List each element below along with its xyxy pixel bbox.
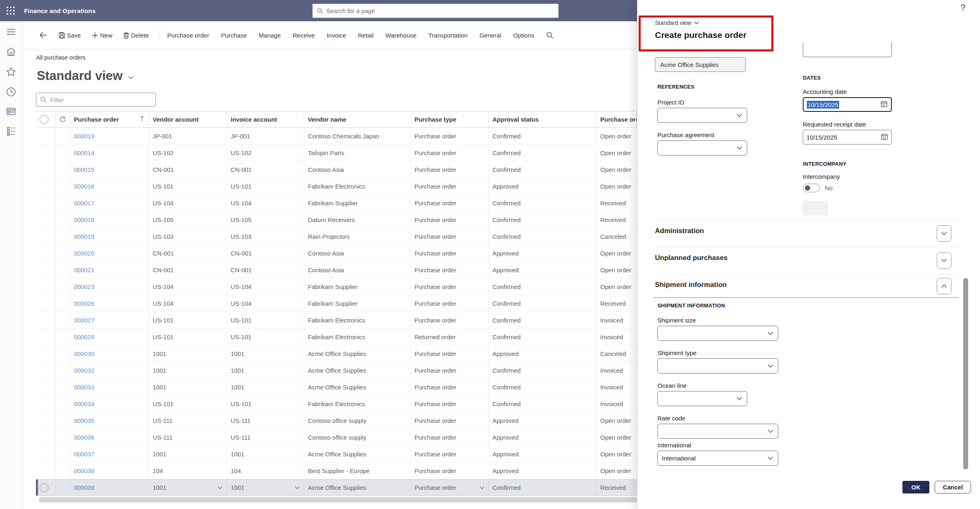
purchase-order-link[interactable]: 000021 <box>74 267 94 273</box>
international-combobox[interactable]: International <box>657 451 778 466</box>
vendor-account-value-button[interactable]: Acme Office Supplies <box>655 57 746 72</box>
purchase-order-link[interactable]: 000027 <box>74 317 94 324</box>
calendar-icon[interactable] <box>880 100 888 109</box>
table-row[interactable]: 000019US-103US-103Rain ProjectorsPurchas… <box>36 228 637 245</box>
filter-input[interactable]: Filter <box>36 93 156 107</box>
table-row[interactable]: 000028US-101US-101Fabrikam ElectronicsRe… <box>36 329 637 345</box>
tab-purchase[interactable]: Purchase <box>221 32 247 39</box>
shipment-type-combobox[interactable] <box>657 358 778 373</box>
modules-list-icon[interactable] <box>6 126 17 137</box>
tab-options[interactable]: Options <box>513 32 535 39</box>
back-button[interactable] <box>39 31 49 40</box>
table-row[interactable]: 00003010011001Acme Office SuppliesPurcha… <box>36 345 637 362</box>
table-row[interactable]: 000026US-104US-104Fabrikam SupplierPurch… <box>36 295 637 312</box>
ocean-line-combobox[interactable] <box>657 391 747 406</box>
column-header-invoice-account[interactable]: Invoice account <box>227 111 304 127</box>
requested-receipt-date-input[interactable]: 10/15/2025 <box>803 130 892 144</box>
table-row[interactable]: 000020CN-001CN-001Contoso AsiaPurchase o… <box>36 245 637 262</box>
chevron-down-icon[interactable] <box>217 484 223 491</box>
tab-purchase-order[interactable]: Purchase order <box>167 32 209 39</box>
refresh-column[interactable] <box>56 111 70 127</box>
toggle-pill[interactable] <box>803 184 820 192</box>
chevron-down-icon[interactable] <box>294 484 300 491</box>
project-id-combobox[interactable] <box>657 108 747 123</box>
table-row[interactable]: 000015CN-001CN-001Contoso AsiaPurchase o… <box>36 161 637 178</box>
row-radio[interactable] <box>40 483 49 492</box>
purchase-order-link[interactable]: 000032 <box>74 367 94 374</box>
purchase-order-link[interactable]: 000028 <box>74 333 94 340</box>
save-button[interactable]: Save <box>58 32 81 39</box>
purchase-order-link[interactable]: 000026 <box>74 300 94 307</box>
chevron-down-icon[interactable] <box>479 484 485 491</box>
ok-button[interactable]: OK <box>902 481 929 493</box>
purchase-order-link[interactable]: 000039 <box>74 484 94 491</box>
tab-receive[interactable]: Receive <box>293 32 315 39</box>
calendar-icon[interactable] <box>881 133 888 142</box>
section-expand-button[interactable] <box>937 252 951 269</box>
purchase-order-link[interactable]: 000038 <box>74 467 94 474</box>
column-header-purchase-order[interactable]: Purchase order <box>70 111 149 127</box>
table-row[interactable]: 000023US-104US-104Fabrikam SupplierPurch… <box>36 278 637 295</box>
shipment-size-combobox[interactable] <box>657 326 778 341</box>
table-row[interactable]: 000018US-105US-105Datum ReceiversPurchas… <box>36 211 637 228</box>
table-row[interactable]: 000013JP-001JP-001Contoso Chemicals Japa… <box>36 128 637 144</box>
purchase-order-link[interactable]: 000014 <box>74 149 94 156</box>
cropped-field-input[interactable] <box>803 42 892 57</box>
tab-warehouse[interactable]: Warehouse <box>385 32 416 39</box>
select-all-radio[interactable] <box>40 115 49 124</box>
cancel-button[interactable]: Cancel <box>935 481 971 493</box>
column-header-purchase-type[interactable]: Purchase type <box>411 111 489 127</box>
table-row[interactable]: 000038104104Best Supplier - EuropePurcha… <box>36 462 637 479</box>
breadcrumb[interactable]: All purchase orders <box>36 54 86 61</box>
purchase-order-link[interactable]: 000035 <box>74 417 94 424</box>
tab-invoice[interactable]: Invoice <box>327 32 346 39</box>
tab-general[interactable]: General <box>479 32 501 39</box>
tab-manage[interactable]: Manage <box>259 32 281 39</box>
waffle-menu-icon[interactable] <box>4 4 17 17</box>
accounting-date-input[interactable]: 10/15/2025 <box>803 97 892 112</box>
hamburger-menu-icon[interactable] <box>6 27 17 38</box>
column-header-approval-status[interactable]: Approval status <box>489 111 597 127</box>
column-header-po-status[interactable]: Purchase order status <box>597 111 637 127</box>
table-row[interactable]: 000036US-111US-111Contoso office supplyP… <box>36 429 637 446</box>
table-row[interactable]: 00003710011001Acme Office SuppliesPurcha… <box>36 446 637 462</box>
workspaces-icon[interactable] <box>6 106 17 118</box>
tab-retail[interactable]: Retail <box>358 32 373 39</box>
purchase-agreement-combobox[interactable] <box>657 140 747 156</box>
recent-clock-icon[interactable] <box>6 87 17 98</box>
purchase-order-link[interactable]: 000017 <box>74 200 94 207</box>
table-row[interactable]: 000016US-101US-101Fabrikam ElectronicsPu… <box>36 178 637 195</box>
purchase-order-link[interactable]: 000037 <box>74 451 94 458</box>
delete-button[interactable]: Delete <box>123 32 149 39</box>
help-icon[interactable]: ? <box>960 2 965 13</box>
purchase-order-link[interactable]: 000030 <box>74 350 94 357</box>
column-header-vendor-name[interactable]: Vendor name <box>304 111 411 127</box>
section-expand-button[interactable] <box>937 225 951 242</box>
intercompany-toggle[interactable]: No <box>803 184 833 192</box>
table-row[interactable]: 000017US-104US-104Fabrikam SupplierPurch… <box>36 195 637 211</box>
global-search-input[interactable]: Search for a page <box>312 4 559 18</box>
purchase-order-link[interactable]: 000018 <box>74 216 94 223</box>
purchase-order-link[interactable]: 000036 <box>74 434 94 441</box>
rate-code-combobox[interactable] <box>657 424 778 439</box>
table-row[interactable]: 00003310011001Acme Office SuppliesPurcha… <box>36 379 637 396</box>
purchase-order-link[interactable]: 000013 <box>74 133 94 140</box>
purchase-order-link[interactable]: 000034 <box>74 400 94 407</box>
table-row[interactable]: 00003210011001Acme Office SuppliesPurcha… <box>36 362 637 379</box>
new-button[interactable]: New <box>91 32 112 39</box>
section-header-administration[interactable]: Administration <box>655 227 704 235</box>
page-title[interactable]: Standard view <box>37 69 135 83</box>
section-header-unplanned-purchases[interactable]: Unplanned purchases <box>655 254 728 262</box>
tab-transportation[interactable]: Transportation <box>428 32 468 39</box>
favorites-star-icon[interactable] <box>6 67 17 78</box>
table-row[interactable]: 000034US-101US-101Fabrikam ElectronicsPu… <box>36 396 637 412</box>
table-row[interactable]: 000035US-111US-111Contoso office supplyP… <box>36 412 637 429</box>
purchase-order-link[interactable]: 000023 <box>74 283 94 290</box>
home-icon[interactable] <box>6 47 17 58</box>
select-all-column[interactable] <box>36 111 56 127</box>
purchase-order-link[interactable]: 000033 <box>74 384 94 391</box>
purchase-order-link[interactable]: 000019 <box>74 233 94 240</box>
table-row[interactable]: 00003910011001Acme Office SuppliesPurcha… <box>36 479 637 496</box>
vertical-scrollbar[interactable] <box>963 278 968 469</box>
purchase-order-link[interactable]: 000015 <box>74 166 94 173</box>
